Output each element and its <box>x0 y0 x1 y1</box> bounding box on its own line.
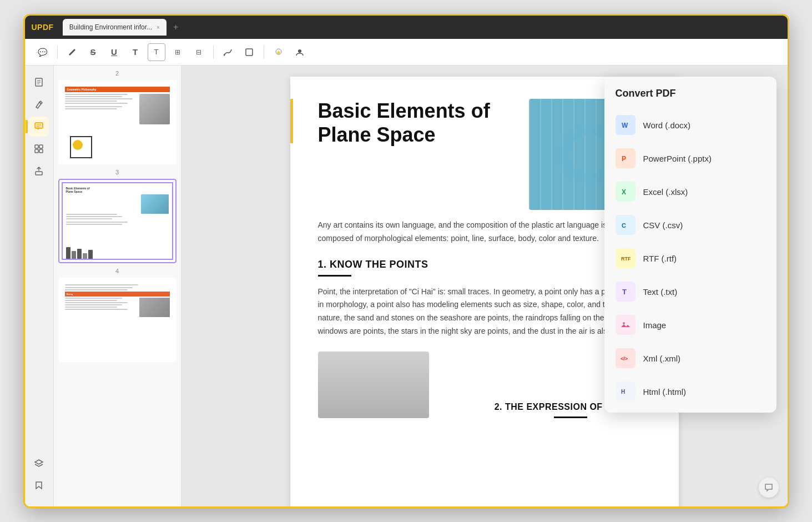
csv-label: CSV (.csv) <box>643 220 683 230</box>
active-tab[interactable]: Building Environment infor... × <box>63 19 167 36</box>
image-icon <box>616 315 636 335</box>
pdf-content-area: Basic Elements of Plane Space Any art co… <box>181 66 788 506</box>
title-bar: UPDF Building Environment infor... × + <box>25 16 788 39</box>
xml-label: Xml (.xml) <box>643 354 681 363</box>
section-2-image <box>318 352 429 418</box>
sidebar-icon-bookmark[interactable] <box>29 475 49 495</box>
ppt-icon: P <box>616 148 636 168</box>
svg-point-3 <box>298 49 301 53</box>
tab-title: Building Environment infor... <box>69 23 152 31</box>
convert-csv[interactable]: C CSV (.csv) <box>604 208 776 242</box>
draw-tool[interactable] <box>219 43 237 61</box>
svg-text:X: X <box>622 188 626 196</box>
convert-ppt[interactable]: P PowerPoint (.pptx) <box>604 142 776 175</box>
shape-tool[interactable] <box>240 43 258 61</box>
pdf-section-1-body: Point, the interpretation of "Ci Hai" is… <box>318 285 651 338</box>
convert-excel[interactable]: X Excel (.xlsx) <box>604 175 776 208</box>
pdf-section-1-title: 1. KNOW THE POINTS <box>318 259 651 270</box>
sidebar-icon-page-view[interactable] <box>29 72 49 92</box>
rtf-label: RTF (.rtf) <box>643 254 677 263</box>
tab-close-button[interactable]: × <box>157 24 160 31</box>
svg-text:W: W <box>622 122 628 129</box>
thumb-page-2-label: 2 <box>58 70 176 77</box>
convert-xml[interactable]: </> Xml (.xml) <box>604 342 776 375</box>
svg-rect-13 <box>39 145 43 148</box>
convert-text[interactable]: T Text (.txt) <box>604 275 776 308</box>
thumb-page-4-label: 4 <box>58 268 176 274</box>
thumb-page-3-label: 3 <box>58 169 176 175</box>
page-accent <box>290 99 293 143</box>
pdf-body-paragraph: Any art contains its own language, and t… <box>318 219 651 245</box>
chat-button[interactable] <box>759 478 779 498</box>
section-2-underline <box>554 416 587 418</box>
svg-text:T: T <box>622 288 627 296</box>
thumbnail-panel: 2 Geometric Philosophy <box>54 66 181 506</box>
section-2-left <box>318 352 479 418</box>
svg-text:RTF: RTF <box>621 256 631 262</box>
image-label: Image <box>643 320 667 330</box>
svg-rect-16 <box>36 172 42 175</box>
rtf-icon: RTF <box>616 248 636 268</box>
word-icon: W <box>616 115 636 135</box>
color-tool[interactable] <box>270 43 288 61</box>
pen-tool[interactable] <box>63 43 81 61</box>
sidebar-icon-layers[interactable] <box>29 453 49 473</box>
word-label: Word (.docx) <box>643 121 691 130</box>
svg-rect-29 <box>620 319 631 330</box>
convert-pdf-panel: Convert PDF W Word (.docx) P PowerPoint … <box>604 77 776 413</box>
separator-1 <box>57 46 58 59</box>
separator-3 <box>264 46 264 59</box>
html-icon: H <box>616 382 636 401</box>
svg-text:</>: </> <box>621 356 628 362</box>
html-label: Html (.html) <box>643 387 687 396</box>
table-tool[interactable]: ⊟ <box>190 43 208 61</box>
strikethrough-tool[interactable]: S <box>84 43 102 61</box>
excel-label: Excel (.xlsx) <box>643 187 688 197</box>
text-tool[interactable]: T <box>127 43 144 61</box>
excel-icon: X <box>616 182 636 202</box>
thumbnail-page-2[interactable]: Geometric Philosophy <box>58 80 176 164</box>
app-window: UPDF Building Environment infor... × + 💬… <box>23 14 789 508</box>
svg-rect-1 <box>246 49 253 56</box>
sidebar-bottom <box>29 453 49 500</box>
section-2-area: 2. THE EXPRESSION OF THE DOT <box>318 352 651 418</box>
sidebar-icon-annotate[interactable] <box>29 117 49 137</box>
text-label: Text (.txt) <box>643 287 678 297</box>
text-icon: T <box>616 282 636 302</box>
left-sidebar <box>25 66 54 506</box>
svg-text:P: P <box>622 155 626 163</box>
app-logo: UPDF <box>32 23 54 32</box>
svg-rect-15 <box>39 149 43 153</box>
new-tab-button[interactable]: + <box>173 22 178 32</box>
svg-rect-8 <box>35 123 43 128</box>
toolbar: 💬 S U T T ⊞ ⊟ <box>25 39 788 66</box>
thumbnail-page-3[interactable]: Basic Elements ofPlane Space <box>58 179 176 263</box>
separator-2 <box>213 46 214 59</box>
main-area: 2 Geometric Philosophy <box>25 66 788 506</box>
user-menu[interactable] <box>291 43 309 61</box>
underline-tool[interactable]: U <box>105 43 123 61</box>
text-format-tool[interactable]: T <box>148 43 165 61</box>
xml-icon: </> <box>616 348 636 368</box>
section-underline <box>318 275 351 277</box>
convert-html[interactable]: H Html (.html) <box>604 375 776 408</box>
convert-word[interactable]: W Word (.docx) <box>604 108 776 142</box>
ppt-label: PowerPoint (.pptx) <box>643 154 712 163</box>
svg-rect-14 <box>35 149 38 153</box>
thumbnail-page-4[interactable]: String <box>58 278 176 362</box>
convert-image[interactable]: Image <box>604 308 776 342</box>
comment-tool[interactable]: 💬 <box>34 43 52 61</box>
sidebar-icon-edit[interactable] <box>29 94 49 114</box>
sidebar-icon-export[interactable] <box>29 161 49 181</box>
svg-text:C: C <box>622 222 626 229</box>
sidebar-icon-organize[interactable] <box>29 139 49 159</box>
csv-icon: C <box>616 215 636 235</box>
svg-rect-12 <box>35 145 38 148</box>
textbox-tool[interactable]: ⊞ <box>169 43 186 61</box>
svg-point-30 <box>623 322 625 324</box>
convert-rtf[interactable]: RTF RTF (.rtf) <box>604 242 776 275</box>
svg-text:H: H <box>621 389 625 395</box>
convert-panel-title: Convert PDF <box>604 88 776 108</box>
